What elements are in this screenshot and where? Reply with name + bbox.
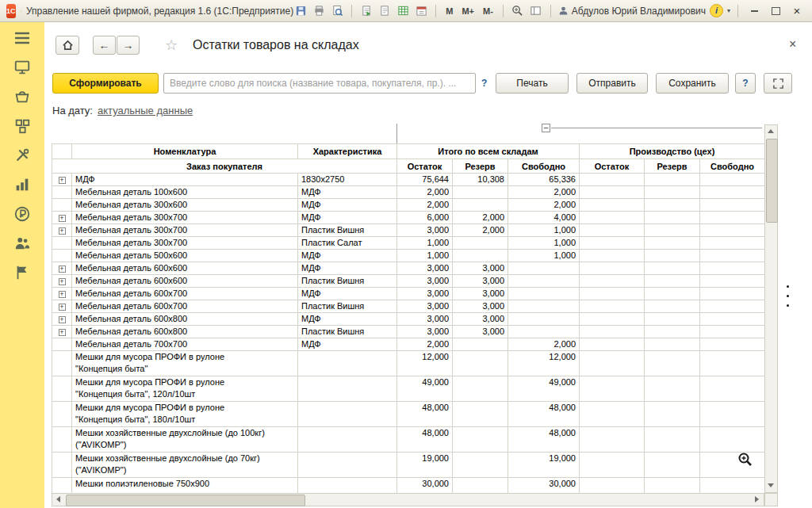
scroll-up-icon[interactable] — [768, 129, 774, 133]
total-svobodno-cell[interactable] — [508, 262, 580, 275]
nomenclature-cell[interactable]: Мешки для мусора ПРОФИ в рулоне"Концепци… — [72, 402, 298, 427]
total-ostatok-cell[interactable]: 1,000 — [397, 237, 453, 250]
production-ostatok-cell[interactable] — [580, 427, 645, 453]
tree-cell[interactable]: + — [52, 275, 72, 288]
total-ostatok-cell[interactable]: 19,000 — [397, 453, 453, 478]
col-header-nomenclature[interactable]: Номенклатура — [72, 144, 298, 159]
nomenclature-cell[interactable]: Мебельная деталь 500х600 — [72, 250, 298, 262]
favorites-star-icon[interactable]: ☆ — [165, 36, 178, 54]
characteristic-cell[interactable] — [298, 402, 397, 427]
characteristic-cell[interactable]: МДФ — [298, 212, 397, 224]
sidebar-item-company[interactable] — [10, 263, 34, 282]
nomenclature-cell[interactable]: Мебельная деталь 600х600 — [72, 275, 298, 288]
table-row[interactable]: +Мебельная деталь 600х700Пластик Вишня3,… — [52, 300, 765, 313]
back-button[interactable]: ← — [93, 36, 116, 55]
nomenclature-cell[interactable]: Мешки полиэтиленовые 750х900 — [72, 478, 298, 494]
vertical-scroll-thumb[interactable] — [766, 139, 778, 223]
total-ostatok-cell[interactable]: 48,000 — [397, 427, 453, 453]
sidebar-item-personnel[interactable] — [10, 234, 34, 253]
total-rezerv-cell[interactable]: 3,000 — [453, 288, 508, 300]
nomenclature-cell[interactable]: Мебельная деталь 600х800 — [72, 326, 298, 338]
production-svobodno-cell[interactable] — [700, 453, 765, 478]
total-rezerv-cell[interactable] — [453, 351, 508, 376]
table-row[interactable]: Мешки для мусора ПРОФИ в рулоне"Концепци… — [52, 402, 765, 427]
characteristic-cell[interactable]: Пластик Вишня — [298, 275, 397, 288]
production-svobodno-cell[interactable] — [700, 351, 765, 376]
production-ostatok-cell[interactable] — [580, 300, 645, 313]
nomenclature-cell[interactable]: Мебельная деталь 700х700 — [72, 338, 298, 351]
tree-cell[interactable]: + — [52, 326, 72, 338]
total-ostatok-cell[interactable]: 6,000 — [397, 212, 453, 224]
production-ostatok-cell[interactable] — [580, 402, 645, 427]
tree-cell[interactable]: + — [52, 300, 72, 313]
production-ostatok-cell[interactable] — [580, 376, 645, 402]
total-ostatok-cell[interactable]: 3,000 — [397, 300, 453, 313]
sidebar-item-analytics[interactable] — [10, 175, 34, 194]
total-svobodno-cell[interactable]: 65,336 — [508, 174, 580, 186]
send-button[interactable]: Отправить — [576, 73, 648, 94]
window-close-button[interactable]: × — [788, 4, 806, 18]
characteristic-cell[interactable]: МДФ — [298, 338, 397, 351]
production-rezerv-cell[interactable] — [645, 262, 700, 275]
production-ostatok-cell[interactable] — [580, 326, 645, 338]
total-svobodno-cell[interactable] — [508, 275, 580, 288]
production-rezerv-cell[interactable] — [645, 326, 700, 338]
nomenclature-cell[interactable]: Мебельная деталь 600х800 — [72, 313, 298, 326]
total-ostatok-cell[interactable]: 3,000 — [397, 275, 453, 288]
total-svobodno-cell[interactable]: 2,000 — [508, 186, 580, 199]
production-svobodno-cell[interactable] — [700, 250, 765, 262]
nomenclature-cell[interactable]: Мешки хозяйственные двухслойные (до 100к… — [72, 427, 298, 453]
main-menu-button[interactable] — [10, 29, 34, 48]
sidebar-item-money[interactable] — [10, 204, 34, 223]
scroll-down-icon[interactable] — [768, 483, 774, 487]
production-svobodno-cell[interactable] — [700, 478, 765, 494]
tree-cell[interactable]: + — [52, 288, 72, 300]
expand-plus-icon[interactable]: + — [59, 278, 66, 285]
scroll-right-icon[interactable] — [755, 496, 759, 502]
sidebar-item-sales[interactable] — [10, 116, 34, 136]
production-ostatok-cell[interactable] — [580, 275, 645, 288]
print-icon[interactable] — [312, 4, 326, 18]
production-svobodno-cell[interactable] — [700, 275, 765, 288]
total-ostatok-cell[interactable]: 48,000 — [397, 402, 453, 427]
characteristic-cell[interactable] — [298, 351, 397, 376]
production-ostatok-cell[interactable] — [580, 250, 645, 262]
table-row[interactable]: +Мебельная деталь 300х700МДФ6,0002,0004,… — [52, 212, 765, 224]
total-ostatok-cell[interactable]: 3,000 — [397, 262, 453, 275]
nomenclature-cell[interactable]: Мебельная деталь 300х600 — [72, 199, 298, 212]
import-document-icon[interactable] — [377, 4, 392, 18]
collapse-group-icon[interactable]: – — [542, 124, 550, 132]
total-svobodno-cell[interactable]: 48,000 — [508, 402, 580, 427]
production-rezerv-cell[interactable] — [645, 224, 700, 237]
vertical-scrollbar[interactable] — [764, 124, 778, 493]
search-help-link[interactable]: ? — [481, 78, 487, 89]
production-svobodno-cell[interactable] — [700, 186, 765, 199]
print-preview-icon[interactable] — [330, 4, 344, 18]
total-svobodno-cell[interactable] — [508, 326, 580, 338]
scroll-left-icon[interactable] — [56, 496, 60, 502]
nomenclature-cell[interactable]: Мебельная деталь 300х700 — [72, 224, 298, 237]
production-svobodno-cell[interactable] — [700, 288, 765, 300]
fullscreen-button[interactable] — [764, 73, 792, 94]
total-svobodno-cell[interactable] — [508, 300, 580, 313]
total-ostatok-cell[interactable]: 2,000 — [397, 338, 453, 351]
total-svobodno-cell[interactable]: 4,000 — [508, 212, 580, 224]
production-ostatok-cell[interactable] — [580, 262, 645, 275]
total-ostatok-cell[interactable]: 1,000 — [397, 250, 453, 262]
production-rezerv-cell[interactable] — [645, 237, 700, 250]
table-row[interactable]: Мешки для мусора ПРОФИ в рулоне"Концепци… — [52, 376, 765, 402]
production-svobodno-cell[interactable] — [700, 237, 765, 250]
table-row[interactable]: Мешки для мусора ПРОФИ в рулоне"Концепци… — [52, 351, 765, 376]
total-svobodno-cell[interactable]: 49,000 — [508, 376, 580, 402]
production-ostatok-cell[interactable] — [580, 338, 645, 351]
total-svobodno-cell[interactable]: 2,000 — [508, 338, 580, 351]
total-rezerv-cell[interactable] — [453, 453, 508, 478]
total-ostatok-cell[interactable]: 3,000 — [397, 288, 453, 300]
total-rezerv-cell[interactable]: 3,000 — [453, 300, 508, 313]
total-svobodno-cell[interactable] — [508, 288, 580, 300]
nomenclature-cell[interactable]: Мешки для мусора ПРОФИ в рулоне"Концепци… — [72, 376, 298, 402]
nomenclature-cell[interactable]: Мебельная деталь 600х600 — [72, 262, 298, 275]
characteristic-cell[interactable]: МДФ — [298, 262, 397, 275]
table-row[interactable]: Мебельная деталь 100х600МДФ2,0002,000 — [52, 186, 765, 199]
production-svobodno-cell[interactable] — [700, 199, 765, 212]
